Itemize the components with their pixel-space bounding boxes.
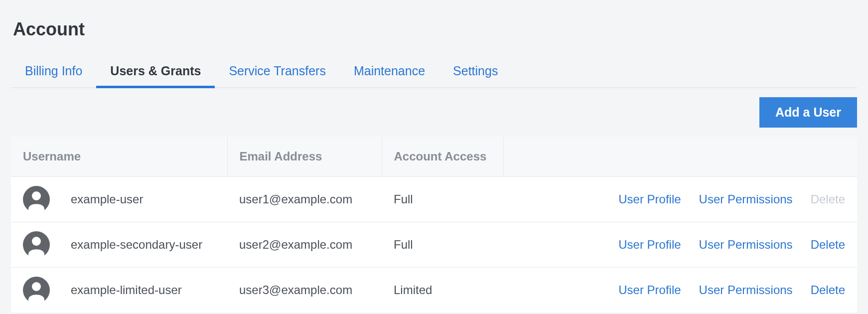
email-cell: user1@example.com	[227, 177, 382, 222]
col-header-username: Username	[11, 137, 227, 177]
svg-point-5	[32, 282, 41, 291]
avatar-icon	[23, 231, 50, 258]
user-profile-link[interactable]: User Profile	[618, 192, 681, 206]
username-cell: example-secondary-user	[71, 238, 202, 252]
avatar-icon	[23, 186, 50, 213]
tab-billing-info[interactable]: Billing Info	[11, 59, 96, 87]
access-cell: Limited	[382, 268, 503, 313]
action-bar: Add a User	[11, 97, 857, 128]
username-cell: example-limited-user	[71, 283, 182, 297]
tab-maintenance[interactable]: Maintenance	[340, 59, 439, 87]
table-row: example-user user1@example.com Full User…	[11, 177, 857, 222]
user-profile-link[interactable]: User Profile	[618, 283, 681, 297]
col-header-access: Account Access	[382, 137, 503, 177]
tab-service-transfers[interactable]: Service Transfers	[215, 59, 340, 87]
table-row: example-secondary-user user2@example.com…	[11, 222, 857, 268]
tab-users-grants[interactable]: Users & Grants	[96, 59, 215, 87]
tab-settings[interactable]: Settings	[439, 59, 512, 87]
avatar-icon	[23, 277, 50, 304]
delete-link: Delete	[811, 192, 845, 206]
access-cell: Full	[382, 177, 503, 222]
col-header-email: Email Address	[227, 137, 382, 177]
user-permissions-link[interactable]: User Permissions	[699, 238, 793, 252]
users-table: Username Email Address Account Access ex…	[11, 137, 857, 313]
access-cell: Full	[382, 222, 503, 268]
user-permissions-link[interactable]: User Permissions	[699, 192, 793, 206]
user-profile-link[interactable]: User Profile	[618, 238, 681, 252]
table-row: example-limited-user user3@example.com L…	[11, 268, 857, 313]
tabs-bar: Billing Info Users & Grants Service Tran…	[11, 59, 857, 88]
col-header-actions	[503, 137, 857, 177]
user-permissions-link[interactable]: User Permissions	[699, 283, 793, 297]
page-title: Account	[13, 19, 855, 40]
email-cell: user2@example.com	[227, 222, 382, 268]
email-cell: user3@example.com	[227, 268, 382, 313]
delete-link[interactable]: Delete	[811, 238, 845, 252]
svg-point-1	[32, 191, 41, 200]
username-cell: example-user	[71, 192, 143, 206]
add-user-button[interactable]: Add a User	[759, 97, 857, 128]
svg-point-3	[32, 237, 41, 246]
delete-link[interactable]: Delete	[811, 283, 845, 297]
